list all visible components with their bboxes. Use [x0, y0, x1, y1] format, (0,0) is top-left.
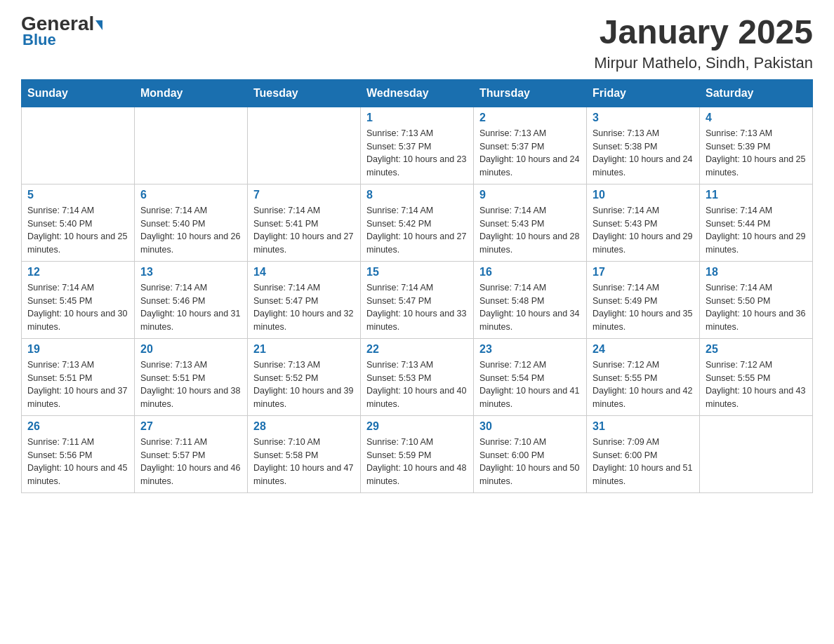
calendar-cell: 19Sunrise: 7:13 AMSunset: 5:51 PMDayligh… [22, 338, 135, 415]
day-info: Sunrise: 7:13 AMSunset: 5:51 PMDaylight:… [27, 358, 128, 411]
calendar-cell: 12Sunrise: 7:14 AMSunset: 5:45 PMDayligh… [22, 261, 135, 338]
calendar-cell: 29Sunrise: 7:10 AMSunset: 5:59 PMDayligh… [361, 415, 474, 492]
calendar-cell: 18Sunrise: 7:14 AMSunset: 5:50 PMDayligh… [700, 261, 813, 338]
calendar-cell: 7Sunrise: 7:14 AMSunset: 5:41 PMDaylight… [248, 184, 361, 261]
calendar-cell [700, 415, 813, 492]
day-number: 6 [140, 189, 241, 201]
day-number: 10 [593, 189, 694, 201]
day-info: Sunrise: 7:14 AMSunset: 5:40 PMDaylight:… [140, 204, 241, 257]
day-info: Sunrise: 7:14 AMSunset: 5:47 PMDaylight:… [253, 281, 355, 334]
calendar-table: SundayMondayTuesdayWednesdayThursdayFrid… [21, 79, 813, 493]
day-info: Sunrise: 7:14 AMSunset: 5:46 PMDaylight:… [140, 281, 241, 334]
day-number: 28 [253, 420, 355, 433]
calendar-cell: 11Sunrise: 7:14 AMSunset: 5:44 PMDayligh… [700, 184, 813, 261]
day-number: 20 [140, 343, 241, 356]
calendar-cell: 4Sunrise: 7:13 AMSunset: 5:39 PMDaylight… [700, 107, 813, 184]
day-info: Sunrise: 7:12 AMSunset: 5:55 PMDaylight:… [706, 358, 807, 411]
calendar-cell: 22Sunrise: 7:13 AMSunset: 5:53 PMDayligh… [361, 338, 474, 415]
day-info: Sunrise: 7:14 AMSunset: 5:40 PMDaylight:… [27, 204, 128, 257]
calendar-cell [248, 107, 361, 184]
calendar-cell [135, 107, 248, 184]
day-number: 7 [253, 189, 355, 201]
day-number: 23 [479, 343, 581, 356]
day-number: 24 [593, 343, 694, 356]
calendar-cell: 2Sunrise: 7:13 AMSunset: 5:37 PMDaylight… [474, 107, 587, 184]
calendar-cell: 20Sunrise: 7:13 AMSunset: 5:51 PMDayligh… [135, 338, 248, 415]
calendar-cell: 10Sunrise: 7:14 AMSunset: 5:43 PMDayligh… [587, 184, 700, 261]
day-number: 5 [27, 189, 128, 201]
calendar-cell: 1Sunrise: 7:13 AMSunset: 5:37 PMDaylight… [361, 107, 474, 184]
day-info: Sunrise: 7:12 AMSunset: 5:55 PMDaylight:… [593, 358, 694, 411]
day-info: Sunrise: 7:14 AMSunset: 5:49 PMDaylight:… [593, 281, 694, 334]
day-number: 26 [27, 420, 128, 433]
calendar-cell: 13Sunrise: 7:14 AMSunset: 5:46 PMDayligh… [135, 261, 248, 338]
day-info: Sunrise: 7:11 AMSunset: 5:56 PMDaylight:… [27, 436, 128, 488]
day-info: Sunrise: 7:12 AMSunset: 5:54 PMDaylight:… [479, 358, 581, 411]
day-info: Sunrise: 7:14 AMSunset: 5:43 PMDaylight:… [479, 204, 581, 257]
calendar-cell: 23Sunrise: 7:12 AMSunset: 5:54 PMDayligh… [474, 338, 587, 415]
calendar-cell: 5Sunrise: 7:14 AMSunset: 5:40 PMDaylight… [22, 184, 135, 261]
calendar-week-row: 26Sunrise: 7:11 AMSunset: 5:56 PMDayligh… [22, 415, 813, 492]
day-number: 19 [27, 343, 128, 356]
calendar-cell: 28Sunrise: 7:10 AMSunset: 5:58 PMDayligh… [248, 415, 361, 492]
calendar-cell: 15Sunrise: 7:14 AMSunset: 5:47 PMDayligh… [361, 261, 474, 338]
calendar-cell: 8Sunrise: 7:14 AMSunset: 5:42 PMDaylight… [361, 184, 474, 261]
day-info: Sunrise: 7:14 AMSunset: 5:43 PMDaylight:… [593, 204, 694, 257]
title-section: January 2025 Mirpur Mathelo, Sindh, Paki… [594, 14, 813, 72]
day-number: 29 [366, 420, 468, 433]
calendar-header-monday: Monday [135, 79, 248, 107]
day-info: Sunrise: 7:14 AMSunset: 5:45 PMDaylight:… [27, 281, 128, 334]
day-number: 12 [27, 266, 128, 279]
day-info: Sunrise: 7:14 AMSunset: 5:50 PMDaylight:… [706, 281, 807, 334]
day-number: 25 [706, 343, 807, 356]
day-number: 18 [706, 266, 807, 279]
calendar-header-friday: Friday [587, 79, 700, 107]
day-number: 21 [253, 343, 355, 356]
calendar-cell: 14Sunrise: 7:14 AMSunset: 5:47 PMDayligh… [248, 261, 361, 338]
calendar-week-row: 19Sunrise: 7:13 AMSunset: 5:51 PMDayligh… [22, 338, 813, 415]
day-info: Sunrise: 7:13 AMSunset: 5:39 PMDaylight:… [706, 127, 807, 180]
day-number: 4 [706, 112, 807, 124]
day-info: Sunrise: 7:14 AMSunset: 5:44 PMDaylight:… [706, 204, 807, 257]
calendar-header-row: SundayMondayTuesdayWednesdayThursdayFrid… [22, 79, 813, 107]
month-title: January 2025 [594, 14, 813, 51]
calendar-header-wednesday: Wednesday [361, 79, 474, 107]
logo-arrow-icon [95, 20, 102, 30]
day-info: Sunrise: 7:13 AMSunset: 5:37 PMDaylight:… [366, 127, 468, 180]
calendar-cell: 31Sunrise: 7:09 AMSunset: 6:00 PMDayligh… [587, 415, 700, 492]
calendar-cell: 21Sunrise: 7:13 AMSunset: 5:52 PMDayligh… [248, 338, 361, 415]
day-number: 13 [140, 266, 241, 279]
day-number: 15 [366, 266, 468, 279]
day-number: 8 [366, 189, 468, 201]
day-number: 3 [593, 112, 694, 124]
location: Mirpur Mathelo, Sindh, Pakistan [594, 54, 813, 72]
day-info: Sunrise: 7:13 AMSunset: 5:51 PMDaylight:… [140, 358, 241, 411]
page-header: General Blue January 2025 Mirpur Mathelo… [21, 14, 813, 72]
calendar-cell: 26Sunrise: 7:11 AMSunset: 5:56 PMDayligh… [22, 415, 135, 492]
calendar-header-tuesday: Tuesday [248, 79, 361, 107]
day-info: Sunrise: 7:09 AMSunset: 6:00 PMDaylight:… [593, 436, 694, 488]
logo: General Blue [21, 14, 102, 49]
day-number: 1 [366, 112, 468, 124]
day-info: Sunrise: 7:14 AMSunset: 5:41 PMDaylight:… [253, 204, 355, 257]
calendar-cell: 27Sunrise: 7:11 AMSunset: 5:57 PMDayligh… [135, 415, 248, 492]
calendar-cell: 6Sunrise: 7:14 AMSunset: 5:40 PMDaylight… [135, 184, 248, 261]
day-number: 17 [593, 266, 694, 279]
calendar-cell [22, 107, 135, 184]
day-info: Sunrise: 7:10 AMSunset: 5:59 PMDaylight:… [366, 436, 468, 488]
calendar-week-row: 1Sunrise: 7:13 AMSunset: 5:37 PMDaylight… [22, 107, 813, 184]
day-info: Sunrise: 7:13 AMSunset: 5:52 PMDaylight:… [253, 358, 355, 411]
day-number: 22 [366, 343, 468, 356]
calendar-week-row: 12Sunrise: 7:14 AMSunset: 5:45 PMDayligh… [22, 261, 813, 338]
day-number: 11 [706, 189, 807, 201]
day-info: Sunrise: 7:10 AMSunset: 6:00 PMDaylight:… [479, 436, 581, 488]
day-info: Sunrise: 7:13 AMSunset: 5:53 PMDaylight:… [366, 358, 468, 411]
day-number: 14 [253, 266, 355, 279]
day-number: 27 [140, 420, 241, 433]
day-number: 30 [479, 420, 581, 433]
day-info: Sunrise: 7:14 AMSunset: 5:47 PMDaylight:… [366, 281, 468, 334]
calendar-week-row: 5Sunrise: 7:14 AMSunset: 5:40 PMDaylight… [22, 184, 813, 261]
calendar-header-saturday: Saturday [700, 79, 813, 107]
day-number: 9 [479, 189, 581, 201]
day-info: Sunrise: 7:14 AMSunset: 5:48 PMDaylight:… [479, 281, 581, 334]
